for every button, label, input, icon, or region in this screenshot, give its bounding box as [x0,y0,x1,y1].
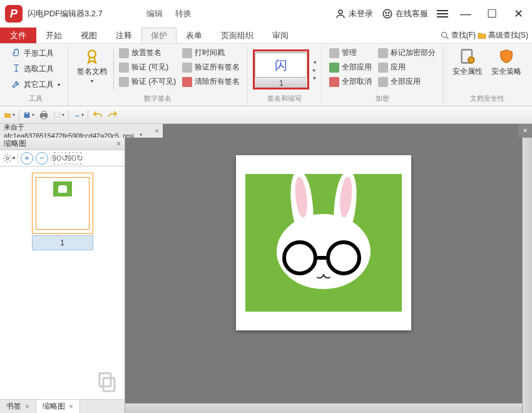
mode-edit-tab[interactable]: 编辑 [140,6,169,22]
group-label-tools: 工具 [9,93,63,106]
menu-protect[interactable]: 保护 [141,28,176,43]
scan-button[interactable] [73,110,84,121]
thumbnail-graphic [53,181,72,196]
folder-search-icon [477,31,487,41]
support-label: 在线客服 [396,8,428,19]
panel-close-icon[interactable]: × [116,140,121,148]
zoom-out-button[interactable]: − [36,152,48,165]
verify-icon [119,63,129,73]
svg-point-14 [6,157,9,160]
verify-visible[interactable]: 验证 (可见) [116,61,178,74]
select-tool[interactable]: 选取工具 [9,62,63,76]
mark-icon [378,48,388,58]
open-button[interactable] [4,110,15,121]
chevron-down-icon[interactable]: ▾ [313,74,316,81]
security-policy[interactable]: 安全策略 [488,46,525,78]
find-label: 查找(F) [451,30,476,41]
find-button[interactable]: 查找(F) [440,30,476,41]
maximize-button[interactable]: ☐ [483,5,501,23]
chevron-down-icon: ▾ [91,78,93,84]
sig-prev-icon[interactable]: ◂ [313,58,316,65]
title-mode-tabs: 编辑 转换 [140,6,198,22]
clear-all-sig[interactable]: 清除所有签名 [180,75,242,88]
svg-point-5 [88,51,96,58]
app-title: 闪电PDF编辑器3.2.7 [28,8,103,19]
panel-title: 缩略图 [4,138,26,149]
page-image [245,174,402,312]
menu-start[interactable]: 开始 [36,28,71,43]
login-button[interactable]: 未登录 [335,8,373,19]
other-tools[interactable]: 其它工具▾ [9,78,63,92]
apply-encrypt[interactable]: 应用 [376,61,438,74]
menu-search-area: 查找(F) 高级查找(S) [440,28,532,43]
rotate-ccw-button[interactable]: 90↺ [54,152,66,165]
save-button[interactable] [23,110,34,121]
adv-find-label: 高级查找(S) [488,30,528,41]
apply-all-2[interactable]: 全部应用 [376,75,438,88]
bunny-graphic [274,186,374,299]
vertical-scrollbar[interactable] [522,138,532,413]
close-button[interactable]: ✕ [509,5,527,23]
svg-rect-9 [26,113,28,115]
zoom-in-button[interactable]: + [21,152,33,165]
svg-rect-11 [42,111,46,114]
print-button[interactable] [38,110,49,121]
place-signature[interactable]: 放置签名 [116,46,178,59]
menu-bar: 文件 开始 视图 注释 保护 表单 页面组织 审阅 查找(F) 高级查找(S) [0,28,532,44]
gear-icon [329,48,339,58]
thumbnail-item[interactable]: 1 [32,173,93,250]
menu-review[interactable]: 审阅 [263,28,298,43]
support-button[interactable]: 在线客服 [382,8,428,19]
horizontal-scrollbar[interactable] [125,403,522,413]
close-icon[interactable]: × [69,402,73,411]
menu-annotate[interactable]: 注释 [106,28,141,43]
mark-encrypt[interactable]: 标记加密部分 [376,46,438,59]
signature-preview[interactable]: 闪 1 [253,49,309,89]
minimize-button[interactable]: — [457,5,474,23]
mail-button[interactable] [53,110,64,121]
menu-button[interactable] [437,10,448,18]
apply-all-icon [378,77,388,87]
menu-view[interactable]: 视图 [71,28,106,43]
copy-pages-icon [95,369,120,394]
wrench-icon [11,79,21,91]
adv-find-button[interactable]: 高级查找(S) [477,30,528,41]
sig-next-icon[interactable]: ▸ [313,66,316,73]
svg-point-4 [441,32,446,37]
sign-doc-button[interactable]: 签名文档 ▾ [73,46,111,85]
undo-button[interactable] [92,110,103,121]
tab-bookmarks[interactable]: 书签× [0,400,36,413]
mode-convert-tab[interactable]: 转换 [169,6,198,22]
verify-invisible[interactable]: 验证 (不可见) [116,75,178,88]
security-attrs[interactable]: 安全属性 [449,46,486,78]
document-tab[interactable]: 来自于afc1ea8376515472fe590fccd42a20c5_resi… [0,124,163,138]
doc-lock-icon [459,48,476,65]
tab-close-icon[interactable]: × [155,127,159,135]
thumbnail-number: 1 [32,235,93,250]
tabs-close-all[interactable]: × [518,124,532,138]
app-icon: P [5,5,23,23]
rotate-cw-button[interactable]: 90↻ [69,152,81,165]
redo-button[interactable] [107,110,118,121]
group-label-encrypt: 加密 [327,93,438,106]
side-bottom-tabs: 书签× 缩略图× [0,399,125,413]
verify-all[interactable]: 验证所有签名 [180,61,242,74]
thumbnails-panel: 缩略图 × ▾ + − 90↺ 90↻ 1 书签× 缩略图× [0,138,125,413]
cancel-all[interactable]: 全部取消 [327,75,374,88]
ribbon: 手形工具 选取工具 其它工具▾ 工具 签名文档 ▾ 放置签名 验证 (可见) 验… [0,44,532,106]
canvas-viewport[interactable] [125,138,522,413]
timestamp[interactable]: 打时间戳 [180,46,242,59]
hand-tool[interactable]: 手形工具 [9,46,63,61]
ribbon-group-docsec: 安全属性 安全策略 文档安全性 [444,46,530,106]
menu-file[interactable]: 文件 [0,28,36,43]
panel-options[interactable]: ▾ [3,152,15,165]
tab-thumbnails[interactable]: 缩略图× [36,400,80,413]
verify-all-icon [182,63,192,73]
manage-encrypt[interactable]: 管理 [327,46,374,59]
menu-page-org[interactable]: 页面组织 [212,28,263,43]
close-icon[interactable]: × [25,402,29,411]
apply-all-1[interactable]: 全部应用 [327,61,374,74]
title-right: 未登录 在线客服 — ☐ ✕ [335,5,527,23]
svg-point-0 [339,10,342,14]
menu-form[interactable]: 表单 [176,28,212,43]
